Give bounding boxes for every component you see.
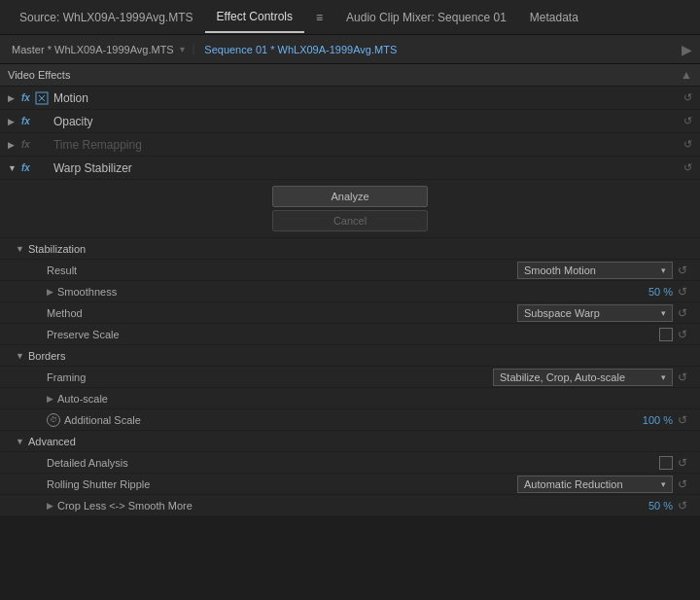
warp-stabilizer-effect-row[interactable]: ▼ fx Warp Stabilizer ↺	[0, 157, 700, 180]
motion-effect-icon	[34, 90, 50, 106]
framing-label: Framing	[47, 371, 163, 383]
method-dropdown[interactable]: Subspace Warp ▾	[517, 304, 673, 322]
framing-dropdown[interactable]: Stabilize, Crop, Auto-scale ▾	[493, 369, 673, 386]
framing-dropdown-value: Stabilize, Crop, Auto-scale	[500, 371, 625, 383]
method-property-row: Method Subspace Warp ▾ ↺	[0, 302, 700, 324]
smoothness-label: Smoothness	[57, 286, 174, 298]
tab-source[interactable]: Source: WhLX09A-1999Avg.MTS	[8, 3, 205, 32]
tab-audio-mixer[interactable]: Audio Clip Mixer: Sequence 01	[334, 3, 518, 32]
time-remapping-effect-name: Time Remapping	[53, 138, 142, 152]
auto-scale-property-row: ▶ Auto-scale	[0, 388, 700, 409]
method-dropdown-value: Subspace Warp	[524, 307, 600, 319]
motion-reset-icon[interactable]: ↺	[683, 91, 692, 104]
preserve-scale-property-row: Preserve Scale ↺	[0, 324, 700, 345]
analyze-cancel-row: Analyze Cancel	[0, 180, 700, 238]
additional-scale-time-icon: ⏱	[47, 413, 60, 427]
motion-effect-name: Motion	[53, 91, 88, 105]
opacity-expand-arrow[interactable]: ▶	[8, 117, 18, 126]
preserve-scale-label: Preserve Scale	[47, 329, 163, 340]
detailed-analysis-checkbox[interactable]	[659, 456, 673, 470]
preserve-scale-reset-icon[interactable]: ↺	[673, 324, 692, 345]
borders-section-label: Borders	[28, 350, 66, 362]
framing-reset-icon[interactable]: ↺	[673, 367, 692, 388]
time-remap-fx-badge: fx	[21, 139, 30, 150]
result-reset-icon[interactable]: ↺	[673, 260, 692, 281]
motion-effect-row[interactable]: ▶ fx Motion ↺	[0, 87, 700, 110]
video-effects-collapse-icon[interactable]: ▲	[681, 68, 692, 82]
framing-property-row: Framing Stabilize, Crop, Auto-scale ▾ ↺	[0, 367, 700, 388]
header: Source: WhLX09A-1999Avg.MTS Effect Contr…	[0, 0, 700, 35]
method-reset-icon[interactable]: ↺	[673, 302, 692, 324]
auto-scale-label: Auto-scale	[57, 393, 174, 405]
tab-metadata[interactable]: Metadata	[518, 3, 590, 32]
stabilization-expand-arrow[interactable]: ▼	[16, 244, 24, 254]
result-label: Result	[47, 265, 163, 276]
sub-header-separator: |	[192, 44, 195, 54]
sequence-label[interactable]: Sequence 01 * WhLX09A-1999Avg.MTS	[200, 44, 401, 55]
smoothness-expand-arrow[interactable]: ▶	[47, 287, 53, 297]
warp-fx-badge: fx	[21, 162, 30, 173]
result-dropdown-value: Smooth Motion	[524, 265, 596, 276]
additional-scale-value[interactable]: 100 %	[643, 414, 673, 426]
rolling-shutter-dropdown[interactable]: Automatic Reduction ▾	[517, 476, 673, 493]
result-property-row: Result Smooth Motion ▾ ↺	[0, 260, 700, 281]
cancel-button: Cancel	[272, 210, 428, 231]
rolling-shutter-label: Rolling Shutter Ripple	[47, 478, 163, 490]
crop-less-reset-icon[interactable]: ↺	[673, 495, 692, 516]
analyze-button[interactable]: Analyze	[272, 186, 428, 207]
result-dropdown[interactable]: Smooth Motion ▾	[517, 262, 673, 279]
crop-less-value[interactable]: 50 %	[648, 500, 673, 512]
sub-header: Master * WhLX09A-1999Avg.MTS ▾ | Sequenc…	[0, 35, 700, 64]
opacity-effect-row[interactable]: ▶ fx Opacity ↺	[0, 110, 700, 133]
rolling-shutter-dropdown-value: Automatic Reduction	[524, 478, 623, 490]
warp-expand-arrow[interactable]: ▼	[8, 163, 18, 173]
content-area: Video Effects ▲ ▶ fx Motion ↺ ▶ fx Opaci…	[0, 64, 700, 600]
time-remap-reset-icon[interactable]: ↺	[683, 138, 692, 151]
opacity-fx-badge: fx	[21, 116, 30, 126]
result-dropdown-arrow: ▾	[661, 265, 666, 275]
detailed-analysis-property-row: Detailed Analysis ↺	[0, 452, 700, 474]
advanced-expand-arrow[interactable]: ▼	[16, 437, 24, 446]
video-effects-header: Video Effects ▲	[0, 64, 700, 87]
additional-scale-property-row: ⏱ Additional Scale 100 % ↺	[0, 409, 700, 431]
detailed-analysis-label: Detailed Analysis	[47, 457, 163, 469]
borders-expand-arrow[interactable]: ▼	[16, 351, 24, 361]
additional-scale-reset-icon[interactable]: ↺	[673, 409, 692, 431]
stabilization-section-header[interactable]: ▼ Stabilization	[0, 238, 700, 260]
method-label: Method	[47, 307, 163, 319]
additional-scale-label: Additional Scale	[64, 414, 181, 426]
rolling-shutter-dropdown-arrow: ▾	[661, 479, 666, 489]
motion-expand-arrow[interactable]: ▶	[8, 93, 18, 103]
advanced-section-header[interactable]: ▼ Advanced	[0, 431, 700, 452]
tab-menu-icon[interactable]: ≡	[304, 3, 334, 32]
motion-fx-badge: fx	[21, 92, 30, 103]
opacity-effect-name: Opacity	[53, 115, 93, 128]
master-clip-label[interactable]: Master * WhLX09A-1999Avg.MTS	[8, 44, 178, 55]
smoothness-reset-icon[interactable]: ↺	[673, 281, 692, 302]
warp-reset-icon[interactable]: ↺	[683, 161, 692, 174]
crop-less-expand-arrow[interactable]: ▶	[47, 501, 53, 511]
smoothness-value[interactable]: 50 %	[648, 286, 673, 298]
expand-right-icon[interactable]: ▶	[682, 42, 692, 57]
crop-less-label: Crop Less <-> Smooth More	[57, 500, 192, 512]
advanced-section-label: Advanced	[28, 436, 76, 447]
tab-effect-controls[interactable]: Effect Controls	[205, 2, 304, 33]
video-effects-label: Video Effects	[8, 69, 70, 81]
detailed-analysis-reset-icon[interactable]: ↺	[673, 452, 692, 474]
rolling-shutter-reset-icon[interactable]: ↺	[673, 474, 692, 495]
time-remapping-effect-row[interactable]: ▶ fx Time Remapping ↺	[0, 133, 700, 157]
smoothness-property-row: ▶ Smoothness 50 % ↺	[0, 281, 700, 302]
preserve-scale-checkbox[interactable]	[659, 328, 673, 341]
borders-section-header[interactable]: ▼ Borders	[0, 345, 700, 367]
method-dropdown-arrow: ▾	[661, 308, 666, 318]
auto-scale-expand-arrow[interactable]: ▶	[47, 394, 53, 404]
opacity-reset-icon[interactable]: ↺	[683, 115, 692, 127]
auto-scale-reset-icon[interactable]	[673, 388, 692, 409]
crop-less-property-row: ▶ Crop Less <-> Smooth More 50 % ↺	[0, 495, 700, 516]
stabilization-section-label: Stabilization	[28, 243, 86, 255]
rolling-shutter-property-row: Rolling Shutter Ripple Automatic Reducti…	[0, 474, 700, 495]
framing-dropdown-arrow: ▾	[661, 372, 666, 382]
time-remap-expand-arrow[interactable]: ▶	[8, 140, 18, 150]
sub-header-dropdown-arrow: ▾	[180, 44, 185, 54]
warp-stabilizer-effect-name: Warp Stabilizer	[53, 161, 132, 175]
